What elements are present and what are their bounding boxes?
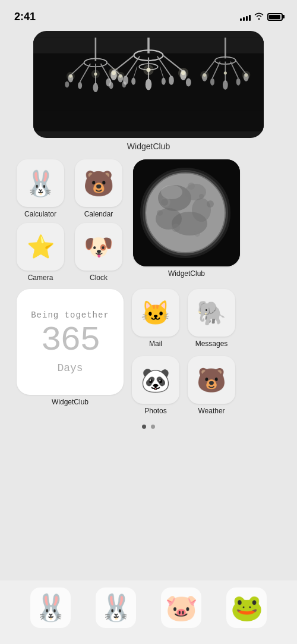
svg-point-78 (157, 210, 163, 216)
app-column-left: 🐰 Calculator ⭐ Camera (17, 159, 64, 282)
app-icon-messages: 🐘 (188, 289, 235, 337)
calculator-emoji: 🐰 (25, 169, 56, 198)
status-bar: 2:41 (0, 0, 297, 26)
battery-icon (267, 13, 283, 21)
svg-point-80 (161, 185, 182, 199)
days-unit: Days (57, 362, 83, 374)
app-label-camera: Camera (28, 274, 53, 282)
days-together-text: Being together (25, 310, 115, 322)
right-app-grid: 🐱 Mail 🐘 Messages 🐼 Photos (132, 289, 280, 415)
svg-point-75 (199, 194, 204, 199)
days-widget-label: WidgetClub (52, 398, 89, 406)
mail-emoji: 🐱 (141, 299, 170, 327)
app-item-clock[interactable]: 🐶 Clock (75, 223, 122, 282)
clock-emoji: 🐶 (84, 233, 113, 261)
dock-icon-4: 🐸 (226, 588, 267, 628)
page-dots (0, 425, 297, 429)
dock-item-3[interactable]: 🐷 (161, 588, 201, 628)
svg-point-45 (131, 78, 135, 85)
app-label-calculator: Calculator (24, 210, 56, 218)
status-time: 2:41 (14, 11, 36, 23)
svg-point-79 (207, 200, 214, 208)
dock-icon-3: 🐷 (161, 588, 201, 628)
svg-point-19 (67, 72, 75, 80)
svg-point-58 (236, 78, 241, 86)
app-item-camera[interactable]: ⭐ Camera (17, 223, 64, 282)
messages-emoji: 🐘 (197, 299, 226, 327)
app-column-middle: 🐻 Calendar 🐶 Clock (75, 159, 122, 282)
app-icon-clock: 🐶 (75, 223, 122, 271)
svg-point-46 (162, 78, 166, 85)
page-dot-1[interactable] (142, 425, 146, 429)
app-label-widgetclub: WidgetClub (168, 269, 205, 278)
app-item-calculator[interactable]: 🐰 Calculator (17, 159, 64, 218)
svg-point-42 (143, 65, 153, 75)
widget-banner[interactable] (33, 31, 264, 138)
app-label-calendar: Calendar (84, 210, 113, 218)
app-icon-photos: 🐼 (132, 356, 179, 404)
weather-emoji: 🐻 (197, 366, 226, 394)
app-item-weather[interactable]: 🐻 Weather (188, 356, 235, 415)
dock-emoji-3: 🐷 (165, 592, 198, 623)
dock-item-2[interactable]: 🐰 (96, 588, 136, 628)
app-icon-camera: ⭐ (17, 223, 64, 271)
dock: 🐰 🐰 🐷 🐸 (0, 580, 297, 644)
app-icon-weather: 🐻 (188, 356, 235, 404)
app-item-calendar[interactable]: 🐻 Calendar (75, 159, 122, 218)
dock-emoji-4: 🐸 (230, 592, 263, 623)
svg-point-40 (178, 68, 188, 78)
app-item-widgetclub-moon[interactable]: WidgetClub (133, 159, 240, 278)
status-icons (240, 12, 283, 21)
svg-point-73 (161, 199, 168, 206)
app-label-clock: Clock (90, 274, 108, 282)
right-row-1: 🐱 Mail 🐘 Messages (132, 289, 280, 348)
days-number: 365 (41, 321, 99, 360)
app-label-photos: Photos (144, 407, 166, 415)
svg-point-56 (223, 80, 228, 90)
app-icon-calculator: 🐰 (17, 159, 64, 207)
svg-point-76 (172, 224, 180, 232)
calendar-emoji: 🐻 (83, 169, 114, 198)
dock-icon-1: 🐰 (30, 588, 71, 628)
svg-point-15 (93, 83, 98, 92)
page-dot-2[interactable] (151, 425, 155, 429)
app-label-mail: Mail (149, 340, 162, 348)
app-label-messages: Messages (195, 340, 228, 348)
dock-emoji-1: 🐰 (34, 592, 67, 623)
svg-point-35 (169, 76, 174, 85)
svg-point-36 (146, 78, 151, 90)
svg-point-34 (123, 76, 128, 85)
app-icon-moon (133, 159, 240, 266)
widget-banner-container: WidgetClub (17, 31, 280, 151)
days-widget-container: Being together 365 Days WidgetClub (17, 289, 124, 406)
app-icon-mail: 🐱 (132, 289, 179, 337)
svg-point-21 (91, 70, 100, 78)
photos-emoji: 🐼 (141, 366, 170, 394)
camera-emoji: ⭐ (27, 234, 55, 260)
app-item-messages[interactable]: 🐘 Messages (188, 289, 235, 348)
widget-banner-label: WidgetClub (17, 142, 280, 151)
app-label-weather: Weather (198, 407, 225, 415)
app-grid: 🐰 Calculator ⭐ Camera 🐻 Calendar (17, 159, 280, 415)
right-row-2: 🐼 Photos 🐻 Weather (132, 356, 280, 415)
dock-item-4[interactable]: 🐸 (226, 588, 267, 628)
svg-point-10 (65, 81, 69, 87)
svg-point-57 (210, 78, 214, 86)
app-item-photos[interactable]: 🐼 Photos (132, 356, 179, 415)
days-widget[interactable]: Being together 365 Days (17, 289, 124, 395)
dock-item-1[interactable]: 🐰 (30, 588, 71, 628)
svg-point-31 (106, 78, 111, 87)
svg-point-63 (224, 71, 227, 74)
svg-point-62 (242, 71, 250, 79)
svg-point-77 (194, 231, 200, 237)
svg-point-38 (109, 68, 119, 78)
dock-emoji-2: 🐰 (100, 592, 132, 623)
svg-point-11 (78, 82, 82, 89)
dock-icon-2: 🐰 (96, 588, 136, 628)
wifi-icon (254, 12, 264, 21)
signal-icon (240, 12, 251, 21)
svg-point-74 (188, 183, 195, 190)
app-item-mail[interactable]: 🐱 Mail (132, 289, 179, 348)
svg-point-60 (200, 71, 208, 79)
widget-row: Being together 365 Days WidgetClub 🐱 Mai… (17, 289, 280, 415)
